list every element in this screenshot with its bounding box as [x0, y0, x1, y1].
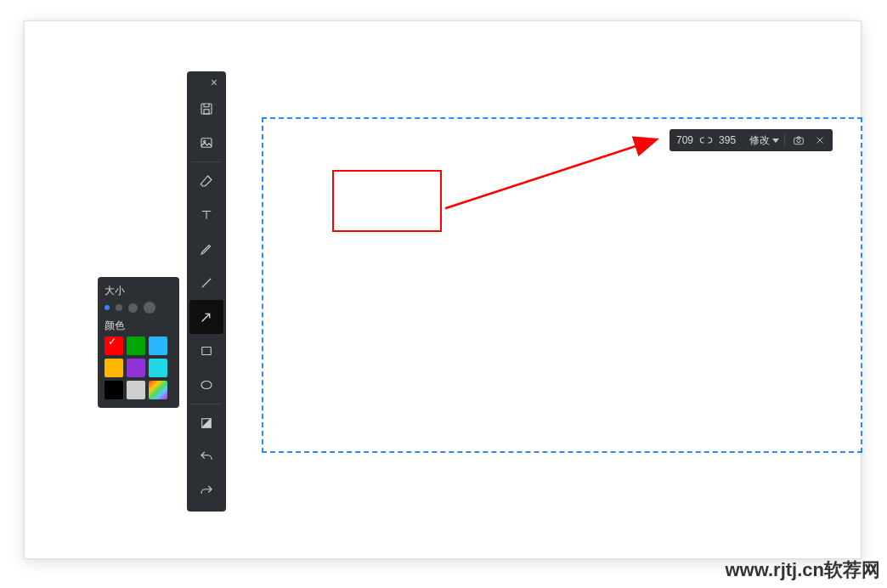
- caret-down-icon: [772, 139, 779, 143]
- svg-rect-0: [201, 104, 212, 114]
- selection-info-bar: 709 395 修改: [669, 129, 833, 151]
- tool-line[interactable]: [189, 266, 223, 300]
- line-icon: [199, 275, 214, 291]
- svg-point-9: [799, 136, 799, 137]
- size-option-4[interactable]: [144, 302, 155, 314]
- eraser-icon: [199, 173, 214, 189]
- size-label: 大小: [105, 284, 172, 298]
- color-swatch-black[interactable]: [105, 381, 123, 399]
- tool-undo[interactable]: [189, 440, 223, 474]
- ellipse-icon: [199, 377, 214, 393]
- svg-rect-4: [202, 348, 212, 355]
- tool-text[interactable]: [189, 198, 223, 232]
- selection-height-value: 395: [719, 134, 736, 146]
- undo-icon: [199, 449, 214, 465]
- tool-ellipse[interactable]: [189, 368, 223, 402]
- color-swatch-blue[interactable]: [149, 336, 167, 355]
- text-icon: [199, 207, 214, 223]
- size-selector: [105, 302, 172, 314]
- color-swatch-grey[interactable]: [127, 381, 145, 399]
- watermark-text: 软荐网: [824, 559, 880, 580]
- svg-rect-2: [201, 139, 212, 148]
- image-icon: [199, 135, 214, 150]
- link-icon[interactable]: [698, 135, 714, 145]
- color-swatch-rainbow[interactable]: [149, 381, 167, 399]
- tool-redo[interactable]: [189, 474, 223, 508]
- color-label: 颜色: [105, 319, 172, 333]
- color-swatch-green[interactable]: [127, 336, 145, 355]
- color-swatch-red[interactable]: [105, 336, 123, 355]
- arrow-icon: [199, 309, 214, 325]
- tool-rect[interactable]: [189, 334, 223, 368]
- modify-dropdown[interactable]: 修改: [749, 133, 779, 148]
- tool-pencil[interactable]: [189, 232, 223, 266]
- info-separator: [784, 134, 785, 146]
- selection-width-value: 709: [676, 134, 693, 146]
- svg-rect-1: [204, 110, 209, 114]
- selection-area[interactable]: [262, 117, 862, 453]
- options-panel: 大小 颜色: [98, 277, 179, 408]
- pencil-icon: [199, 241, 214, 257]
- svg-point-5: [201, 382, 212, 389]
- svg-point-8: [797, 139, 800, 143]
- toolbar-divider: [191, 404, 222, 404]
- toolbar: ×: [187, 71, 226, 512]
- size-option-2[interactable]: [116, 304, 122, 311]
- tool-arrow[interactable]: [189, 300, 223, 334]
- toolbar-close-button[interactable]: ×: [202, 75, 226, 92]
- app-frame: ×: [24, 20, 862, 559]
- color-swatch-cyan[interactable]: [149, 359, 167, 377]
- watermark: www.rjtj.cn软荐网: [725, 557, 880, 583]
- size-option-1[interactable]: [105, 305, 110, 310]
- toolbar-divider: [191, 161, 222, 162]
- camera-button[interactable]: [790, 133, 807, 147]
- tool-save[interactable]: [189, 92, 223, 126]
- color-grid: [105, 336, 172, 399]
- redo-icon: [199, 483, 214, 499]
- contrast-icon: [199, 416, 214, 431]
- modify-label: 修改: [749, 133, 770, 148]
- tool-eraser[interactable]: [189, 164, 223, 198]
- tool-contrast[interactable]: [189, 406, 223, 440]
- rect-icon: [199, 343, 214, 359]
- watermark-url: www.rjtj.cn: [725, 559, 824, 580]
- color-swatch-orange[interactable]: [105, 359, 123, 377]
- tool-image[interactable]: [189, 126, 223, 160]
- close-selection-button[interactable]: [812, 134, 828, 146]
- color-swatch-purple[interactable]: [127, 359, 145, 377]
- size-option-3[interactable]: [128, 303, 138, 313]
- save-icon: [199, 101, 214, 116]
- annotation-rect[interactable]: [332, 170, 442, 232]
